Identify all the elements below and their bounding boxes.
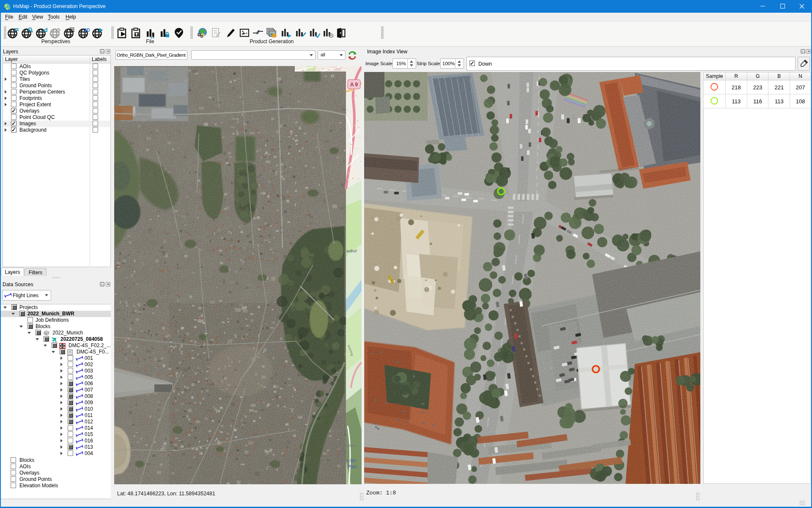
- svg-text:A 9: A 9: [350, 82, 358, 88]
- svg-text:neum: neum: [346, 443, 357, 448]
- svg-text:3D: 3D: [84, 28, 90, 33]
- svg-text:x-We: x-We: [346, 458, 357, 463]
- svg-text:iedhof: iedhof: [346, 249, 357, 253]
- svg-text:Platz: Platz: [348, 464, 357, 469]
